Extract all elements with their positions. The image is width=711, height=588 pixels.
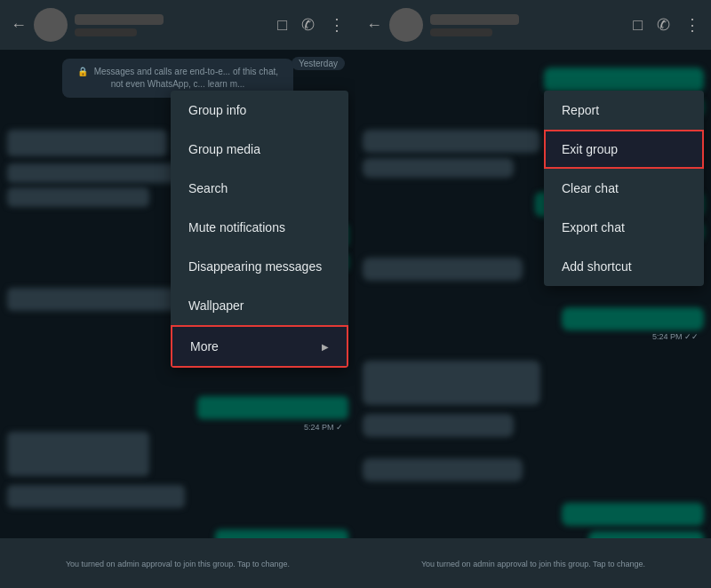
left-chat-title — [75, 14, 270, 36]
left-top-bar-icons: □ ✆ ⋮ — [277, 15, 345, 35]
right-menu-add-shortcut[interactable]: Add shortcut — [544, 247, 704, 286]
left-msg-10 — [215, 529, 348, 538]
right-panel: ← □ ✆ ⋮ 5:24 PM ✓✓ — [356, 0, 711, 588]
left-back-icon[interactable]: ← — [11, 16, 27, 35]
menu-item-search[interactable]: Search — [171, 169, 348, 208]
right-bottom-bar: You turned on admin approval to join thi… — [356, 538, 711, 588]
right-msg-1 — [544, 68, 704, 92]
lock-icon: 🔒 — [77, 67, 88, 76]
right-menu-clear-chat[interactable]: Clear chat — [544, 169, 704, 208]
right-video-icon[interactable]: □ — [633, 16, 643, 35]
right-phone-icon[interactable]: ✆ — [657, 15, 670, 35]
menu-item-wallpaper[interactable]: Wallpaper — [171, 286, 348, 325]
right-more-icon[interactable]: ⋮ — [684, 15, 700, 35]
right-dropdown-menu: Report Exit group Clear chat Export chat… — [544, 91, 704, 286]
left-msg-6 — [7, 288, 185, 311]
right-msg-10 — [363, 414, 514, 437]
left-msg-7 — [197, 396, 348, 419]
right-chat-name-blur — [430, 14, 519, 25]
left-chat-name-blur — [75, 14, 164, 25]
right-chat-status-blur — [430, 28, 492, 36]
menu-item-disappearing-messages[interactable]: Disappearing messages — [171, 247, 348, 286]
left-more-icon[interactable]: ⋮ — [329, 15, 345, 35]
right-avatar — [389, 8, 423, 42]
left-timestamp: 5:24 PM ✓ — [304, 423, 343, 432]
more-arrow-icon: ▶ — [322, 342, 329, 352]
right-msg-12 — [562, 503, 704, 526]
left-chat-bg: Yesterday 🔒 Messages and calls are end-t… — [0, 50, 356, 538]
right-msg-13 — [588, 531, 704, 538]
right-top-bar-icons: □ ✆ ⋮ — [633, 15, 700, 35]
right-msg-11 — [363, 458, 523, 481]
security-text: Messages and calls are end-to-e... of th… — [94, 67, 278, 89]
right-bottom-status: You turned on admin approval to join thi… — [366, 559, 700, 568]
right-msg-7 — [363, 258, 523, 281]
right-msg-9 — [363, 361, 540, 405]
left-panel: ← □ ✆ ⋮ Yesterday 🔒 Messages and calls a… — [0, 0, 356, 588]
left-chat-status-blur — [75, 28, 137, 36]
left-phone-icon[interactable]: ✆ — [301, 15, 315, 35]
main-container: ← □ ✆ ⋮ Yesterday 🔒 Messages and calls a… — [0, 0, 711, 588]
left-avatar — [34, 8, 68, 42]
right-msg-8 — [562, 307, 704, 330]
menu-item-mute-notifications[interactable]: Mute notifications — [171, 208, 348, 247]
right-timestamp: 5:24 PM ✓✓ — [652, 332, 699, 341]
left-dropdown-menu: Group info Group media Search Mute notif… — [171, 91, 348, 368]
left-msg-1 — [7, 130, 167, 156]
left-msg-3 — [7, 187, 149, 207]
left-date-badge: Yesterday — [292, 57, 345, 70]
right-top-bar: ← □ ✆ ⋮ — [356, 0, 711, 50]
menu-item-more[interactable]: More ▶ — [171, 325, 348, 368]
menu-item-group-info[interactable]: Group info — [171, 91, 348, 130]
left-top-bar: ← □ ✆ ⋮ — [0, 0, 356, 50]
right-menu-export-chat[interactable]: Export chat — [544, 208, 704, 247]
right-msg-3 — [363, 130, 540, 153]
right-msg-4 — [363, 158, 514, 178]
right-chat-bg: 5:24 PM ✓✓ Report Exit group Clear chat … — [356, 50, 711, 538]
right-menu-exit-group[interactable]: Exit group — [544, 130, 704, 169]
left-msg-8 — [7, 432, 149, 476]
right-back-icon[interactable]: ← — [366, 16, 382, 35]
left-msg-9 — [7, 485, 185, 508]
right-chat-title — [430, 14, 626, 36]
right-menu-report[interactable]: Report — [544, 91, 704, 130]
menu-item-group-media[interactable]: Group media — [171, 130, 348, 169]
left-video-icon[interactable]: □ — [277, 16, 287, 35]
left-bottom-bar: You turned on admin approval to join thi… — [0, 538, 356, 588]
left-bottom-status: You turned on admin approval to join thi… — [11, 559, 345, 568]
